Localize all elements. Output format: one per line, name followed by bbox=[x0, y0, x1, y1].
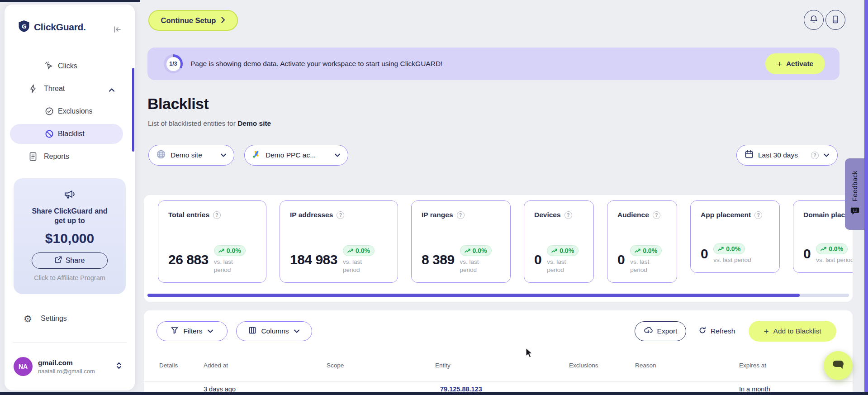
share-button-label: Share bbox=[66, 257, 85, 265]
feedback-tab[interactable]: Feedback bbox=[845, 158, 864, 230]
date-range-selector[interactable]: Last 30 days ? bbox=[736, 145, 838, 166]
page-vertical-scrollbar[interactable] bbox=[864, 0, 868, 395]
sidebar-item-clicks[interactable]: Clicks bbox=[10, 56, 123, 76]
stat-value: 0 bbox=[701, 246, 708, 262]
stat-caption: vs. last period bbox=[460, 258, 488, 274]
help-icon[interactable]: ? bbox=[213, 211, 221, 219]
site-selector[interactable]: Demo site bbox=[148, 145, 234, 166]
help-icon[interactable]: ? bbox=[564, 211, 572, 219]
add-to-blacklist-button[interactable]: + Add to Blacklist bbox=[749, 321, 836, 342]
column-header-exclusions[interactable]: Exclusions bbox=[569, 362, 598, 369]
stat-caption: vs. last period bbox=[816, 256, 853, 264]
sidebar-item-exclusions[interactable]: Exclusions bbox=[10, 101, 123, 121]
brand-logo[interactable]: G ClickGuard. bbox=[18, 20, 86, 34]
user-email: naatali.ro@gmail.com bbox=[38, 368, 95, 375]
cards-horizontal-scrollbar-thumb[interactable] bbox=[147, 294, 800, 297]
stat-label: Devices bbox=[534, 211, 561, 219]
stat-card-total-entries: Total entries? 26 883 0.0% vs. last peri… bbox=[158, 200, 266, 283]
window-bottom-edge bbox=[0, 392, 868, 395]
stat-change: 0.0% bbox=[356, 247, 370, 254]
continue-setup-label: Continue Setup bbox=[161, 16, 216, 25]
column-header-scope[interactable]: Scope bbox=[327, 362, 344, 369]
cloud-download-icon bbox=[644, 326, 653, 337]
stat-change: 0.0% bbox=[473, 247, 487, 254]
setup-progress-ring: 1/3 bbox=[164, 54, 183, 73]
speech-bubble-icon bbox=[831, 358, 845, 373]
column-header-added-at[interactable]: Added at bbox=[204, 362, 228, 369]
ppc-account-selector[interactable]: Demo PPC ac... bbox=[244, 145, 348, 166]
activate-button[interactable]: + Activate bbox=[765, 53, 825, 74]
chevron-down-icon bbox=[823, 151, 830, 159]
help-icon[interactable]: ? bbox=[754, 211, 762, 219]
stat-value: 0 bbox=[534, 252, 541, 267]
help-icon[interactable]: ? bbox=[457, 211, 465, 219]
column-header-entity[interactable]: Entity bbox=[435, 362, 451, 369]
stat-card-ip-ranges: IP ranges? 8 389 0.0% vs. last period bbox=[411, 200, 511, 283]
stats-cards-row: Total entries? 26 883 0.0% vs. last peri… bbox=[158, 200, 853, 283]
workspace-name: gmail.com bbox=[38, 359, 95, 367]
sidebar-item-reports[interactable]: Reports bbox=[10, 147, 123, 167]
sidebar-item-label: Reports bbox=[44, 152, 69, 161]
sidebar-collapse-icon[interactable] bbox=[111, 24, 123, 35]
stat-label: IP ranges bbox=[422, 211, 453, 219]
help-icon[interactable]: ? bbox=[653, 211, 660, 219]
stat-label: Audience bbox=[617, 211, 649, 219]
workspace-switcher[interactable]: NA gmail.com naatali.ro@gmail.com bbox=[14, 354, 126, 379]
stat-card-domain-placement: Domain placement? 0 0.0% vs. last period bbox=[793, 200, 853, 273]
blacklist-table-panel: Filters Columns Export Refresh + Add to … bbox=[144, 310, 853, 395]
sidebar-item-settings[interactable]: ⚙ Settings bbox=[10, 309, 123, 328]
columns-button[interactable]: Columns bbox=[236, 321, 312, 341]
columns-icon bbox=[248, 326, 256, 336]
plus-icon: + bbox=[764, 327, 768, 336]
column-header-details[interactable]: Details bbox=[159, 362, 178, 369]
refresh-label: Refresh bbox=[711, 327, 735, 335]
cards-horizontal-scrollbar[interactable] bbox=[147, 294, 849, 297]
feedback-label: Feedback bbox=[851, 171, 859, 201]
stats-panel: Total entries? 26 883 0.0% vs. last peri… bbox=[144, 195, 853, 302]
filter-funnel-icon bbox=[171, 326, 179, 336]
column-header-expires-at[interactable]: Expires at bbox=[739, 362, 766, 369]
stat-change: 0.0% bbox=[829, 245, 843, 252]
sidebar-item-label: Clicks bbox=[58, 62, 77, 70]
refresh-icon bbox=[698, 326, 707, 336]
stat-value: 0 bbox=[803, 246, 811, 262]
trend-up-icon bbox=[465, 247, 470, 254]
docs-button[interactable] bbox=[825, 10, 845, 30]
notifications-button[interactable] bbox=[804, 10, 824, 30]
continue-setup-button[interactable]: Continue Setup bbox=[148, 10, 238, 31]
external-link-icon bbox=[55, 256, 62, 265]
stat-card-app-placement: App placement? 0 0.0% vs. last period bbox=[690, 200, 780, 273]
bell-icon bbox=[809, 14, 819, 26]
stat-value: 8 389 bbox=[422, 252, 455, 267]
stat-caption: vs. last period bbox=[630, 258, 658, 274]
help-icon[interactable]: ? bbox=[337, 211, 344, 219]
sidebar-item-threat[interactable]: Threat bbox=[10, 79, 123, 99]
chevron-down-icon bbox=[294, 327, 300, 335]
promo-title: Share ClickGuard and get up to bbox=[14, 206, 126, 225]
avatar: NA bbox=[14, 357, 33, 376]
chat-widget-button[interactable] bbox=[824, 351, 853, 380]
page-subtitle-text: List of blacklisted entities for bbox=[148, 119, 236, 127]
export-button[interactable]: Export bbox=[635, 321, 686, 341]
refresh-button[interactable]: Refresh bbox=[698, 321, 735, 341]
trend-up-icon bbox=[821, 245, 826, 252]
share-button[interactable]: Share bbox=[32, 252, 108, 269]
sidebar-scrollbar-thumb[interactable] bbox=[132, 68, 134, 152]
window-top-edge bbox=[0, 0, 140, 2]
sidebar: G ClickGuard. Clicks Threat Exclusions B… bbox=[5, 5, 135, 390]
sidebar-item-blacklist[interactable]: Blacklist bbox=[10, 124, 123, 144]
chevron-down-icon bbox=[207, 327, 213, 335]
filters-button[interactable]: Filters bbox=[157, 321, 228, 341]
document-icon bbox=[28, 152, 38, 162]
trend-up-icon bbox=[718, 245, 724, 252]
megaphone-icon bbox=[63, 194, 76, 201]
add-to-blacklist-label: Add to Blacklist bbox=[773, 327, 821, 335]
affiliate-promo-card[interactable]: Share ClickGuard and get up to $10,000 S… bbox=[14, 178, 126, 294]
help-icon[interactable]: ? bbox=[811, 152, 819, 159]
google-ads-icon bbox=[252, 150, 261, 161]
column-header-reason[interactable]: Reason bbox=[635, 362, 656, 369]
select-chevrons-icon bbox=[116, 362, 122, 371]
page-subtitle: List of blacklisted entities for Demo si… bbox=[148, 119, 271, 128]
calendar-icon bbox=[745, 150, 754, 161]
gear-icon: ⚙ bbox=[24, 314, 32, 324]
